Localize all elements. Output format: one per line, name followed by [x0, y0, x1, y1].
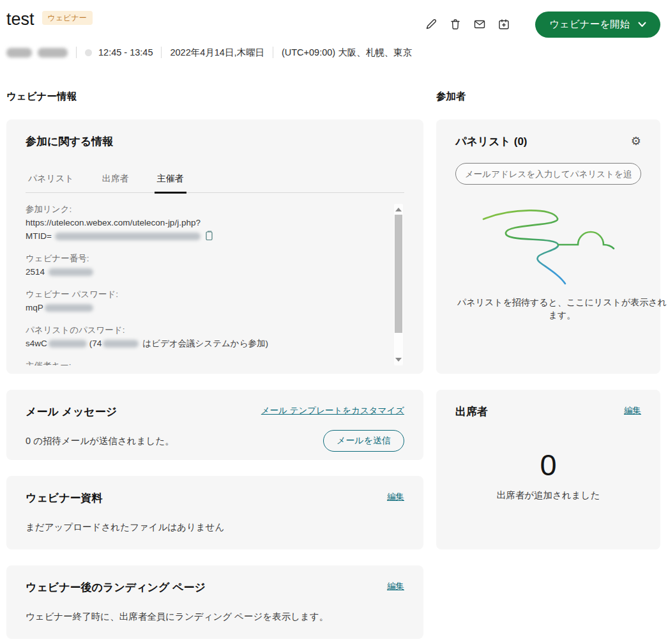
scrollbar-up-arrow[interactable]	[395, 208, 402, 211]
webinar-number-label: ウェビナー番号:	[26, 252, 371, 265]
empty-panelist-illustration	[472, 204, 625, 286]
chevron-down-icon	[638, 22, 646, 27]
customize-email-template-link[interactable]: メール テンプレートをカスタマイズ	[261, 405, 404, 417]
webinar-type-badge: ウェビナー	[42, 11, 93, 25]
copy-icon	[205, 231, 213, 241]
webinar-number-redacted	[49, 268, 93, 276]
copy-link-button[interactable]	[205, 231, 213, 243]
panelist-card-title: パネリスト (0)	[455, 135, 528, 149]
video-system-number-redacted	[103, 340, 139, 348]
attendee-card: 出席者 編集 0 出席者が追加されました	[436, 390, 660, 549]
panelist-password-label: パネリストのパスワード:	[26, 323, 371, 337]
edit-webinar-button[interactable]	[424, 18, 438, 32]
status-dot	[85, 49, 92, 56]
attendee-count-caption: 出席者が追加されました	[455, 489, 641, 502]
webinar-password-label: ウェビナー パスワード:	[26, 288, 371, 301]
panelist-card: パネリスト (0) ⚙	[436, 119, 660, 374]
divider	[273, 47, 273, 58]
start-webinar-label: ウェビナーを開始	[549, 18, 630, 31]
webinar-timezone: (UTC+09:00) 大阪、札幌、東京	[282, 47, 412, 59]
tab-attendee[interactable]: 出席者	[100, 168, 132, 194]
join-info-title: 参加に関する情報	[26, 135, 404, 149]
landing-edit-link[interactable]: 編集	[387, 581, 404, 592]
join-link-mtid-prefix: MTID=	[26, 231, 52, 241]
email-webinar-button[interactable]	[473, 18, 487, 32]
panelist-settings-button[interactable]: ⚙	[631, 135, 641, 148]
join-link-url: https://utelecon.webex.com/utelecon-jp/j…	[26, 216, 371, 229]
divider	[161, 47, 162, 58]
materials-empty-text: まだアップロードされたファイルはありません	[26, 521, 404, 533]
page-title: test	[6, 9, 34, 29]
join-info-tabs: パネリスト 出席者 主催者	[26, 168, 404, 193]
panelist-password-paren: (74	[89, 339, 102, 348]
add-panelist-input[interactable]	[455, 163, 641, 185]
webinar-number-prefix: 2514	[26, 267, 45, 277]
divider	[76, 47, 77, 58]
host-name-redacted	[6, 48, 32, 57]
landing-card-title: ウェビナー後のランディング ページ	[26, 581, 206, 595]
attendee-card-title: 出席者	[455, 405, 488, 419]
webinar-time: 12:45 - 13:45	[98, 47, 153, 57]
panelist-password-redacted	[49, 340, 87, 348]
landing-page-card: ウェビナー後のランディング ページ 編集 ウェビナー終了時に、出席者全員にランデ…	[6, 565, 423, 639]
panelist-empty-caption: パネリストを招待すると、ここにリストが表示されます。	[455, 296, 668, 321]
scrollbar[interactable]	[394, 204, 403, 365]
webinar-date: 2022年4月14日,木曜日	[170, 47, 264, 59]
join-info-content: 参加リンク: https://utelecon.webex.com/utelec…	[26, 203, 404, 365]
materials-card: ウェビナー資料 編集 まだアップロードされたファイルはありません	[6, 476, 423, 549]
materials-edit-link[interactable]: 編集	[387, 491, 404, 503]
webinar-detail-page: test ウェビナー	[0, 0, 668, 644]
mtid-redacted	[55, 233, 201, 240]
gear-icon: ⚙	[631, 135, 641, 148]
landing-description: ウェビナー終了時に、出席者全員にランディング ページを表示します。	[26, 611, 404, 623]
add-to-calendar-button[interactable]	[497, 18, 511, 32]
email-status-text: 0 の招待メールが送信されました。	[26, 435, 174, 447]
send-email-button[interactable]: メールを送信	[323, 430, 404, 452]
section-title-webinar-info: ウェビナー情報	[6, 91, 423, 102]
join-info-card: 参加に関する情報 パネリスト 出席者 主催者 参加リンク: https://ut…	[6, 119, 423, 374]
scrollbar-down-arrow[interactable]	[395, 358, 402, 362]
attendee-count: 0	[455, 448, 641, 482]
email-card-title: メール メッセージ	[26, 405, 117, 419]
scrollbar-thumb[interactable]	[395, 215, 402, 333]
panelist-password-prefix: s4wC	[26, 339, 47, 348]
email-message-card: メール メッセージ メール テンプレートをカスタマイズ 0 の招待メールが送信さ…	[6, 390, 423, 460]
tab-host[interactable]: 主催者	[155, 168, 186, 194]
host-name-redacted	[38, 48, 68, 57]
start-webinar-button[interactable]: ウェビナーを開始	[535, 12, 660, 38]
envelope-icon	[473, 18, 486, 31]
pencil-icon	[425, 18, 437, 31]
webinar-password-redacted	[45, 304, 93, 312]
join-link-label: 参加リンク:	[26, 203, 371, 216]
host-key-label: 主催者キー:	[26, 359, 371, 365]
webinar-meta-row: 12:45 - 13:45 2022年4月14日,木曜日 (UTC+09:00)…	[6, 45, 660, 59]
calendar-plus-icon	[497, 18, 510, 31]
tab-panelist[interactable]: パネリスト	[26, 168, 77, 194]
topbar: test ウェビナー	[6, 9, 660, 38]
webinar-password-prefix: mqP	[26, 303, 43, 312]
attendee-edit-link[interactable]: 編集	[624, 405, 641, 417]
trash-icon	[449, 18, 462, 31]
materials-card-title: ウェビナー資料	[26, 491, 103, 505]
section-title-participants: 参加者	[436, 91, 660, 102]
panelist-password-note: はビデオ会議システムから参加)	[142, 339, 268, 348]
delete-webinar-button[interactable]	[448, 18, 462, 32]
